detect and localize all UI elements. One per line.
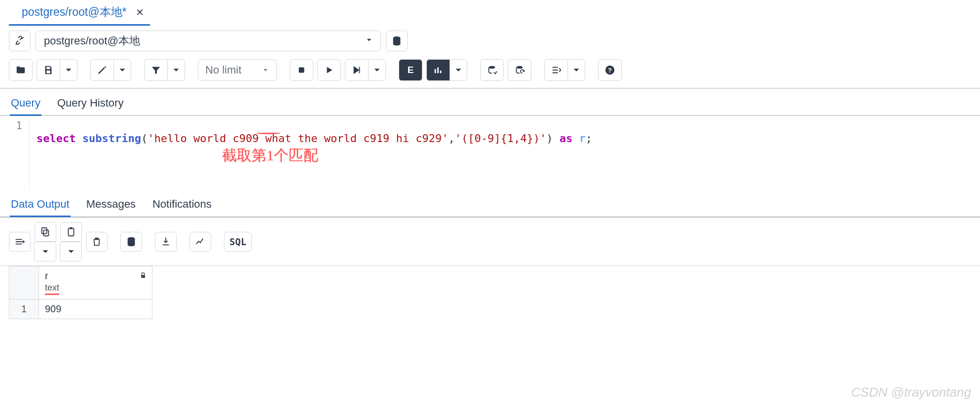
- macro-button[interactable]: [544, 59, 568, 81]
- save-button[interactable]: [37, 59, 60, 81]
- run-menu-button[interactable]: [368, 59, 386, 81]
- editor-tabs: Query Query History: [0, 89, 980, 116]
- tab-notifications[interactable]: Notifications: [151, 195, 213, 216]
- close-icon[interactable]: ✕: [134, 6, 144, 18]
- filter-button[interactable]: [144, 59, 168, 81]
- copy-menu-button[interactable]: [34, 242, 56, 261]
- limit-select[interactable]: No limit: [198, 59, 277, 81]
- disconnect-button[interactable]: [9, 31, 31, 51]
- editor-toolbar: No limit E ?: [0, 56, 980, 88]
- run-button[interactable]: [317, 59, 341, 81]
- chevron-down-icon: [365, 35, 374, 47]
- svg-rect-3: [435, 69, 436, 73]
- hand-underline: [257, 131, 280, 134]
- database-picker-button[interactable]: [386, 31, 408, 51]
- cell-value[interactable]: 909: [39, 299, 152, 319]
- sql-editor[interactable]: 1 select substring('hello world c909 wha…: [0, 116, 980, 190]
- output-tabs: Data Output Messages Notifications: [0, 190, 980, 217]
- tab-query-history[interactable]: Query History: [56, 94, 124, 115]
- analyze-menu-button[interactable]: [450, 59, 467, 81]
- commit-button[interactable]: [480, 59, 504, 81]
- table-row[interactable]: 1 909: [9, 299, 152, 319]
- lock-icon: [139, 270, 147, 282]
- explain-button[interactable]: E: [399, 59, 422, 81]
- svg-rect-10: [43, 230, 48, 236]
- edit-button[interactable]: [90, 59, 114, 81]
- column-type: text: [45, 283, 59, 295]
- copy-button[interactable]: [35, 222, 56, 242]
- column-name: r: [45, 270, 146, 282]
- save-data-button[interactable]: [120, 232, 142, 252]
- add-row-button[interactable]: [9, 232, 31, 252]
- save-menu-button[interactable]: [60, 59, 77, 81]
- column-header[interactable]: r text: [39, 266, 152, 299]
- svg-rect-2: [299, 68, 304, 73]
- chart-button[interactable]: [189, 232, 211, 252]
- help-button[interactable]: ?: [598, 59, 622, 81]
- annotation-text: 截取第1个匹配: [222, 146, 318, 166]
- svg-rect-13: [70, 227, 73, 229]
- run-cursor-button[interactable]: [345, 59, 369, 81]
- stop-button[interactable]: [290, 59, 313, 81]
- line-number: 1: [0, 116, 30, 190]
- sql-code[interactable]: select substring('hello world c909 what …: [30, 116, 980, 190]
- open-file-button[interactable]: [9, 59, 33, 81]
- row-number: 1: [9, 299, 39, 319]
- tab-data-output[interactable]: Data Output: [10, 195, 71, 217]
- svg-text:?: ?: [608, 67, 612, 74]
- macro-menu-button[interactable]: [567, 59, 585, 81]
- svg-rect-12: [69, 228, 74, 236]
- tab-title: postgres/root@本地*: [22, 4, 127, 20]
- watermark: CSDN @trayvontang: [851, 385, 971, 400]
- paste-button[interactable]: [60, 222, 82, 242]
- result-grid: r text 1 909: [9, 266, 152, 319]
- svg-point-7: [517, 66, 523, 69]
- svg-rect-11: [42, 228, 47, 234]
- edit-menu-button[interactable]: [113, 59, 131, 81]
- connection-value: postgres/root@本地: [44, 34, 140, 48]
- tab-query[interactable]: Query: [10, 94, 41, 116]
- svg-rect-4: [437, 68, 439, 74]
- analyze-button[interactable]: [426, 59, 450, 81]
- limit-label: No limit: [205, 64, 241, 76]
- rollback-button[interactable]: [508, 59, 531, 81]
- svg-rect-15: [141, 275, 145, 278]
- row-header-corner: [9, 266, 39, 299]
- connection-select[interactable]: postgres/root@本地: [36, 31, 381, 51]
- paste-menu-button[interactable]: [60, 242, 82, 261]
- svg-rect-5: [440, 71, 442, 74]
- output-toolbar: SQL: [0, 217, 980, 266]
- download-button[interactable]: [155, 232, 177, 252]
- delete-button[interactable]: [86, 232, 108, 252]
- editor-tab[interactable]: postgres/root@本地* ✕: [9, 0, 150, 26]
- tab-messages[interactable]: Messages: [85, 195, 137, 216]
- view-sql-button[interactable]: SQL: [224, 232, 252, 252]
- filter-menu-button[interactable]: [167, 59, 185, 81]
- svg-point-6: [489, 66, 495, 69]
